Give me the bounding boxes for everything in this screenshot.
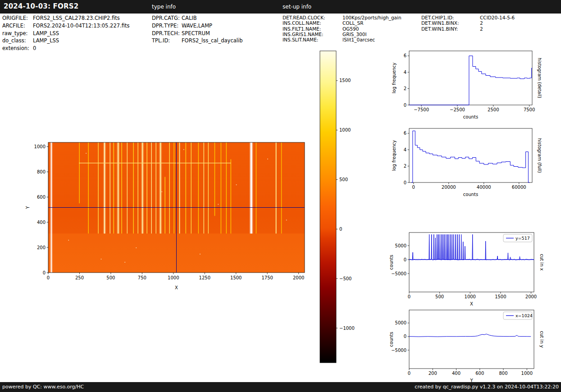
info-label: INS.FILT1.NAME: (283, 26, 342, 32)
info-value: 2 (480, 26, 483, 32)
tick-label: 1500 (495, 294, 506, 299)
tick-label: 200 (37, 245, 46, 250)
emission-line (186, 142, 187, 233)
tick-label: 6 (404, 53, 406, 58)
info-label: DET.CHIP1.ID: (421, 15, 480, 20)
side-label: cut in x (539, 254, 544, 270)
colorbar-gradient (320, 51, 336, 363)
info-label: extension: (2, 45, 33, 51)
colorbar-tick-label: 500 (339, 177, 348, 182)
raw-image-plot: 0250500750100012501500175020000200400600… (25, 142, 305, 290)
tick-label: 1500 (230, 275, 242, 280)
file-info-block: ORIGFILE:FORS2_LSS_CAL278.23.CHIP2.fitsA… (2, 15, 129, 53)
tick-label: 6 (404, 131, 406, 136)
emission-line (173, 142, 174, 233)
speck (200, 254, 201, 255)
info-row: ARCFILE:FORS2.2024-10-04T12:13:05.227.fi… (2, 23, 129, 30)
speck (86, 153, 87, 154)
emission-line (88, 142, 89, 233)
tick-label: 400 (37, 220, 46, 225)
info-value: COLL_SR (342, 20, 364, 26)
info-label: DPR.TYPE: (152, 23, 182, 29)
info-value: GRIS_300I (342, 32, 367, 37)
x-axis-label: counts (463, 114, 478, 119)
colorbar-tick-label: 0 (339, 227, 342, 232)
tick-label: 4 (404, 147, 406, 152)
info-row: extension:0 (2, 45, 129, 53)
info-label: TPL.ID: (152, 37, 182, 44)
info-value: FORS2_LSS_CAL278.23.CHIP2.fits (33, 15, 120, 21)
type-info-heading: type info (152, 4, 176, 10)
tick-label: 0 (404, 257, 406, 262)
emission-line (198, 142, 199, 233)
tick-label: 800 (499, 371, 508, 376)
tick-label: 800 (37, 169, 46, 174)
x-axis-label: X (175, 285, 178, 290)
emission-line (204, 142, 205, 233)
emission-line (169, 142, 170, 233)
colorbar-tick-label: 1500 (339, 78, 351, 83)
colorbar: 150010005000−500−1000 (320, 51, 355, 363)
info-row: INS.FILT1.NAME:OG590 (283, 26, 401, 32)
setup-info-block-1: DET.READ.CLOCK:100Kps/2ports/high_gainIN… (283, 15, 401, 42)
info-label: INS.SLIT.NAME: (283, 37, 342, 42)
info-value: SPECTRUM (182, 30, 210, 36)
tick-label: −7500 (414, 107, 429, 112)
tick-label: 400 (452, 371, 461, 376)
emission-line (221, 142, 222, 233)
y-axis-label: Y (25, 206, 30, 210)
emission-line (160, 142, 161, 233)
emission-line (256, 142, 257, 233)
horizontal-streak (79, 163, 231, 164)
tick-label: 200 (429, 371, 437, 376)
tick-label: 5000 (395, 243, 406, 248)
emission-line (281, 142, 282, 233)
info-row: DET.WIN1.BINX:2 (421, 20, 515, 26)
colorbar-tick-label: −1000 (339, 326, 355, 331)
info-label: do_class: (2, 37, 33, 44)
info-row: ORIGFILE:FORS2_LSS_CAL278.23.CHIP2.fits (2, 15, 129, 23)
tick-label: −5000 (391, 348, 406, 353)
emission-line (127, 142, 128, 233)
emission-line (276, 142, 277, 233)
tick-label: 2000 (293, 275, 304, 280)
data-line (409, 56, 532, 105)
tick-label: 2000 (525, 294, 537, 299)
tick-label: 0 (404, 334, 406, 339)
info-row: TPL.ID:FORS2_lss_cal_daycalib (152, 37, 242, 45)
emission-line (104, 142, 105, 233)
setup-info-block-2: DET.CHIP1.ID:CCID20-14-5-6DET.WIN1.BINX:… (421, 15, 515, 32)
legend-label: x=1024 (515, 313, 533, 318)
speck (218, 204, 219, 205)
speck (183, 149, 184, 150)
info-row: DPR.CATG:CALIB (152, 15, 242, 23)
info-row: DET.WIN1.BINY:2 (421, 26, 515, 32)
info-value: OG590 (342, 26, 359, 32)
speck (161, 191, 162, 192)
type-info-block: DPR.CATG:CALIBDPR.TYPE:WAVE,LAMPDPR.TECH… (152, 15, 242, 45)
histogram-detail-plot: −7500−2500250075000246countslog frequenc… (392, 51, 542, 119)
tick-label: 0 (47, 275, 50, 280)
emission-line (251, 142, 252, 233)
info-value: CALIB (182, 15, 197, 21)
cut-in-y-plot: 02004006008001000−500005000Ycountscut in… (389, 310, 544, 383)
info-row: DET.READ.CLOCK:100Kps/2ports/high_gain (283, 15, 401, 20)
tick-label: 60000 (512, 185, 526, 190)
tick-label: 0 (408, 371, 410, 376)
data-line (409, 334, 531, 337)
tick-label: 500 (435, 294, 444, 299)
plots-canvas: 0250500750100012501500175020000200400600… (0, 0, 561, 392)
colorbar-tick-label: 1000 (339, 128, 351, 132)
emission-line (137, 142, 138, 233)
side-label: cut in y (539, 331, 544, 347)
speck (68, 240, 69, 241)
emission-line (231, 159, 232, 233)
info-row: DET.CHIP1.ID:CCID20-14-5-6 (421, 15, 515, 20)
tick-label: 20000 (442, 185, 456, 190)
info-label: DPR.TECH: (152, 30, 182, 36)
info-value: lSlit1_0arcsec (342, 37, 375, 42)
info-value: 100Kps/2ports/high_gain (342, 15, 401, 20)
tick-label: 1000 (521, 371, 533, 376)
info-label: DET.WIN1.BINY: (421, 26, 480, 32)
info-label: DPR.CATG: (152, 15, 182, 21)
